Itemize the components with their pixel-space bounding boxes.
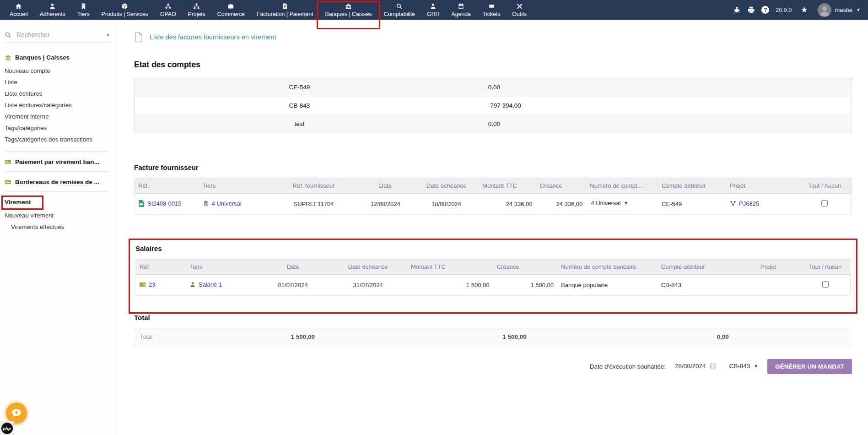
total-label: Total: [134, 333, 220, 340]
nav-grh[interactable]: GRH: [421, 0, 445, 20]
nav-label: Commerce: [217, 11, 245, 17]
sidebar-section-banques[interactable]: Banques | Caisses: [5, 54, 113, 61]
cell-compte-debiteur: CE-549: [658, 194, 726, 215]
sidebar: ▼ Banques | Caisses Nouveau compte Liste…: [0, 20, 117, 435]
nodes-icon: [165, 3, 172, 10]
total-value: 0,00: [644, 333, 802, 340]
divider: [5, 171, 108, 172]
account-name: CB-843: [135, 97, 464, 115]
nav-label: Tickets: [483, 11, 501, 17]
table-row: 23 Salarié 1 01/07/2024 31/07/2024 1 500…: [136, 275, 851, 296]
sidebar-item-tags-categories-transactions[interactable]: Tags/catégories des transactions: [5, 134, 113, 145]
account-balance: 0,00: [464, 78, 852, 97]
user-menu[interactable]: master ▼: [818, 3, 861, 17]
col-date: Date: [257, 259, 329, 275]
sidebar-menu: Banques | Caisses Nouveau compte Liste L…: [0, 54, 117, 233]
print-icon[interactable]: [747, 6, 755, 14]
sidebar-item-liste-ecritures[interactable]: Liste écritures: [5, 88, 113, 99]
chevron-down-icon: ▼: [624, 201, 628, 206]
accounts-heading: Etat des comptes: [134, 60, 852, 70]
sidebar-section-paiement-virement[interactable]: Paiement par virement ban...: [5, 158, 113, 165]
search-dropdown-caret-icon[interactable]: ▼: [106, 33, 110, 38]
select-salary-checkbox[interactable]: [822, 281, 829, 288]
table-row: CE-549 0,00: [135, 78, 852, 97]
sidebar-section-virement[interactable]: Virement: [5, 199, 113, 206]
wallet-icon: [140, 281, 146, 288]
table-row: SI2408-0015 4 Universal SUPREF11704 12/0…: [135, 194, 852, 215]
account-balance: 0,00: [464, 115, 852, 133]
sidebar-item-nouveau-compte[interactable]: Nouveau compte: [5, 65, 113, 76]
nav-projets[interactable]: Projets: [182, 0, 211, 20]
sidebar-item-nouveau-virement[interactable]: Nouveau virement: [5, 210, 113, 221]
debit-account-select[interactable]: CB-843 ▼: [726, 361, 762, 372]
bank-icon: [345, 3, 352, 10]
col-tiers: Tiers: [199, 178, 271, 194]
supplier-invoices-table: Réf. Tiers Réf. fournisseur Date Date éc…: [134, 178, 852, 215]
home-icon: [15, 3, 22, 10]
sidebar-item-virements-effectues[interactable]: Virements effectués: [5, 221, 113, 233]
sidebar-item-liste[interactable]: Liste: [5, 76, 113, 88]
nav-label: GPAO: [160, 11, 176, 17]
select-invoice-checkbox[interactable]: [821, 200, 828, 207]
bug-icon[interactable]: [733, 6, 741, 14]
table-row: CB-843 -797 394,00: [135, 97, 852, 115]
sidebar-section-bordereaux[interactable]: Bordereaux de remises de ...: [5, 179, 113, 185]
thirdparty-link[interactable]: 4 Universal: [203, 200, 242, 207]
generate-mandate-button[interactable]: GÉNÉRER UN MANDAT: [767, 359, 852, 374]
nav-produits-services[interactable]: Produits | Services: [96, 0, 154, 20]
nav-banques-caisses[interactable]: Banques | Caisses: [319, 0, 377, 20]
user-icon: [189, 281, 196, 288]
nav-label: Tiers: [77, 11, 90, 17]
sidebar-item-virement-interne[interactable]: Virement interne: [5, 111, 113, 122]
employee-link[interactable]: Salarié 1: [189, 281, 222, 288]
salary-ref-link[interactable]: 23: [140, 281, 155, 288]
nav-label: Projets: [188, 11, 205, 17]
nav-label: Accueil: [10, 11, 28, 17]
section-title: Virement: [5, 199, 31, 206]
company-icon: [80, 3, 87, 10]
cell-date-echeance: 18/08/2024: [414, 194, 479, 215]
nav-comptabilite[interactable]: Comptabilité: [378, 0, 421, 20]
total-value: 1 500,00: [220, 333, 385, 340]
nav-agenda[interactable]: Agenda: [445, 0, 476, 20]
sitemap-icon: [193, 3, 200, 10]
nav-label: Produits | Services: [102, 11, 148, 17]
bank-account-select[interactable]: 4 Universal▼: [590, 199, 630, 209]
account-balance: -797 394,00: [464, 97, 852, 115]
cell-creance: 24 336,00: [536, 194, 587, 215]
col-date-echeance: Date échéance: [414, 178, 479, 194]
nav-tickets[interactable]: Tickets: [477, 0, 507, 20]
divider: [5, 151, 108, 152]
nav-tiers[interactable]: Tiers: [71, 0, 96, 20]
page-title-link[interactable]: Liste des factures fournisseurs en virem…: [150, 33, 276, 41]
search-input[interactable]: [16, 31, 102, 39]
tools-icon: [516, 3, 523, 10]
sidebar-item-tags-categories[interactable]: Tags/catégories: [5, 122, 113, 134]
nav-gpao[interactable]: GPAO: [154, 0, 182, 20]
nav-facturation-paiement[interactable]: Facturation | Paiement: [251, 0, 319, 20]
col-ref-fournisseur: Réf. fournisseur: [270, 178, 356, 194]
nav-outils[interactable]: Outils: [506, 0, 532, 20]
supplier-invoices-heading: Facture fournisseur: [134, 163, 852, 171]
col-tout-aucun: Tout / Aucun: [800, 259, 850, 275]
bookmark-star-icon[interactable]: ★: [801, 5, 808, 15]
search-icon: [5, 32, 11, 38]
exec-date-input[interactable]: 28/08/2024: [671, 361, 720, 372]
sidebar-item-liste-ecritures-categories[interactable]: Liste écritures/catégories: [5, 99, 113, 111]
php-logo: php: [1, 423, 13, 434]
avatar: [818, 3, 831, 17]
col-numero-compte: Numéro de compte bancaire: [557, 259, 658, 275]
cell-creance: 1 500,00: [493, 275, 557, 296]
project-link[interactable]: PJ6825: [730, 200, 759, 207]
help-icon[interactable]: ?: [761, 6, 769, 14]
nav-adherents[interactable]: Adhérents: [34, 0, 71, 20]
document-icon: [134, 32, 143, 43]
nav-accueil[interactable]: Accueil: [4, 0, 34, 20]
table-row: test 0,00: [135, 115, 852, 133]
table-header-row: Réf. Tiers Date Date échéance Montant TT…: [136, 259, 851, 275]
invoice-ref-link[interactable]: SI2408-0015: [138, 200, 181, 207]
col-date: Date: [357, 178, 414, 194]
chat-fab-button[interactable]: [6, 402, 27, 424]
calendar-icon[interactable]: [710, 363, 717, 370]
nav-commerce[interactable]: Commerce: [211, 0, 251, 20]
